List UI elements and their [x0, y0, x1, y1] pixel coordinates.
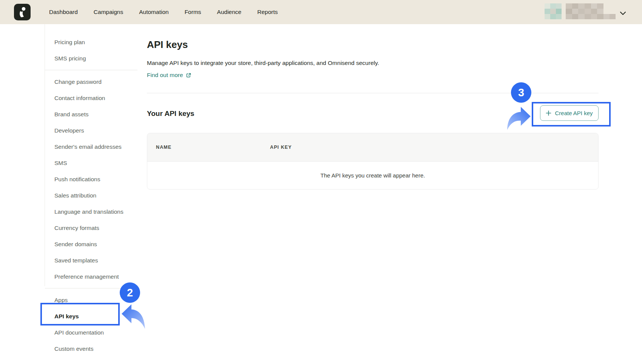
- sidebar-item-sender-domains[interactable]: Sender domains: [45, 236, 137, 252]
- sidebar-item-pricing-plan[interactable]: Pricing plan: [45, 34, 137, 50]
- pixel-cell: [578, 3, 585, 9]
- chevron-down-icon[interactable]: [620, 10, 626, 14]
- sidebar-item-currency-formats[interactable]: Currency formats: [45, 220, 137, 236]
- pixel-cell: [597, 3, 603, 9]
- tutorial-highlight-box-api-keys: [40, 303, 120, 325]
- step-2-arrow-icon: [121, 302, 148, 332]
- pixel-cell: [578, 14, 585, 19]
- pixel-cell: [545, 9, 550, 14]
- primary-nav: Dashboard Campaigns Automation Forms Aud…: [49, 0, 278, 24]
- pixel-cell: [545, 14, 550, 19]
- omnisend-logo-glyph: [14, 4, 31, 20]
- sidebar-item-saved-templates[interactable]: Saved templates: [45, 252, 137, 268]
- pixel-cell: [585, 9, 591, 14]
- pixel-cell: [556, 3, 562, 9]
- page-description: Manage API keys to integrate your store,…: [147, 59, 379, 66]
- find-out-more-link[interactable]: Find out more: [147, 72, 191, 79]
- pixel-cell: [610, 14, 616, 19]
- pixel-cell: [550, 9, 556, 14]
- pixel-cell: [591, 9, 597, 14]
- find-out-more-label: Find out more: [147, 72, 183, 79]
- omnisend-logo[interactable]: [14, 4, 31, 20]
- sidebar-item-custom-events[interactable]: Custom events: [45, 341, 137, 357]
- column-header-api-key: API KEY: [270, 145, 292, 150]
- pixel-cell: [566, 3, 572, 9]
- page-title: API keys: [147, 39, 188, 50]
- create-api-key-button[interactable]: Create API key: [540, 105, 599, 121]
- nav-reports[interactable]: Reports: [257, 9, 278, 15]
- sidebar-item-sms[interactable]: SMS: [45, 155, 137, 171]
- main-content: API keys Manage API keys to integrate yo…: [147, 24, 599, 364]
- step-3-badge: 3: [511, 82, 531, 103]
- sidebar-item-push-notifications[interactable]: Push notifications: [45, 171, 137, 187]
- sidebar-item-sms-pricing[interactable]: SMS pricing: [45, 50, 137, 66]
- pixel-cell: [550, 3, 556, 9]
- external-link-icon: [186, 72, 191, 78]
- pixel-cell: [603, 14, 610, 19]
- sidebar-item-sales-attribution[interactable]: Sales attribution: [45, 187, 137, 204]
- sidebar-item-developers[interactable]: Developers: [45, 122, 137, 139]
- table-empty-row: The API keys you create will appear here…: [147, 162, 598, 189]
- sidebar-item-senders-email-addresses[interactable]: Sender's email addresses: [45, 139, 137, 155]
- api-keys-table: NAME API KEY The API keys you create wil…: [147, 133, 599, 190]
- nav-forms[interactable]: Forms: [185, 9, 201, 15]
- step-2-badge: 2: [120, 282, 140, 303]
- step-3-arrow-icon: [503, 105, 531, 133]
- nav-dashboard[interactable]: Dashboard: [49, 9, 78, 15]
- nav-campaigns[interactable]: Campaigns: [94, 9, 123, 15]
- pixel-cell: [566, 14, 572, 19]
- column-header-name: NAME: [147, 145, 270, 150]
- user-avatar[interactable]: [545, 3, 562, 19]
- pixel-cell: [550, 14, 556, 19]
- pixel-cell: [578, 9, 585, 14]
- pixel-cell: [556, 9, 562, 14]
- nav-audience[interactable]: Audience: [217, 9, 242, 15]
- nav-automation[interactable]: Automation: [139, 9, 168, 15]
- user-name-blurred-extra: [603, 14, 616, 19]
- sidebar-item-brand-assets[interactable]: Brand assets: [45, 106, 137, 122]
- pixel-cell: [572, 3, 579, 9]
- user-name-blurred: [566, 3, 603, 19]
- sidebar-item-language-and-translations[interactable]: Language and translations: [45, 204, 137, 220]
- sidebar-item-change-password[interactable]: Change password: [45, 74, 137, 90]
- sidebar-item-preference-management[interactable]: Preference management: [45, 268, 137, 285]
- pixel-cell: [545, 3, 550, 9]
- pixel-cell: [566, 9, 572, 14]
- table-header-row: NAME API KEY: [147, 133, 598, 162]
- pixel-cell: [572, 14, 579, 19]
- pixel-cell: [585, 14, 591, 19]
- sidebar-item-contact-information[interactable]: Contact information: [45, 90, 137, 106]
- pixel-cell: [591, 14, 597, 19]
- pixel-cell: [585, 3, 591, 9]
- pixel-cell: [556, 14, 562, 19]
- create-api-key-label: Create API key: [555, 110, 593, 116]
- divider: [45, 70, 137, 70]
- section-title: Your API keys: [147, 109, 194, 118]
- plus-icon: [546, 110, 551, 116]
- pixel-cell: [591, 3, 597, 9]
- pixel-cell: [597, 9, 603, 14]
- empty-state-text: The API keys you create will appear here…: [321, 172, 425, 179]
- top-navigation-bar: Dashboard Campaigns Automation Forms Aud…: [0, 0, 642, 24]
- pixel-cell: [572, 9, 579, 14]
- pixel-cell: [597, 14, 603, 19]
